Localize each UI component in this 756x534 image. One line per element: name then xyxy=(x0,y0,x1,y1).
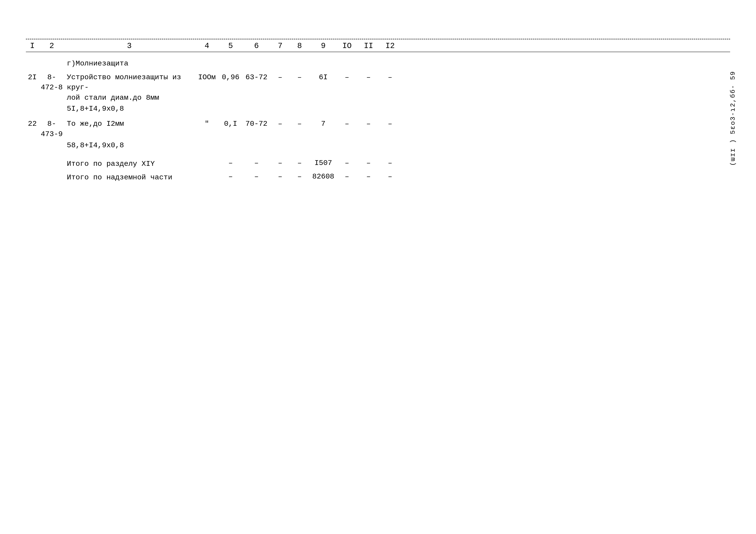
header-col-12: I2 xyxy=(379,41,401,50)
row2-col12: – xyxy=(379,119,401,129)
table-row-1: 2I 8-472-8 Устройство молниезащиты из кр… xyxy=(26,71,730,104)
row1-desc: Устройство молниезащиты из круг- лой ста… xyxy=(65,72,194,103)
row1-col11: – xyxy=(358,72,379,83)
header-col-11: II xyxy=(358,41,379,50)
row2-num2: 8-473-9 xyxy=(39,119,65,139)
row2-col8: – xyxy=(289,119,310,129)
summary2-col8: – xyxy=(289,172,310,183)
summary1-label: Итого по разделу XIY xyxy=(65,159,194,169)
summary1-col9: I507 xyxy=(310,159,336,169)
header-col-2: 2 xyxy=(39,41,65,50)
row2-sub-text: 58,8+I4,9x0,8 xyxy=(65,141,194,149)
header-col-10: IO xyxy=(336,41,358,50)
side-label-container: (ɯɪɪ ) 5ɛo3-ɿ2,бб- 59 xyxy=(729,43,737,194)
summary-row-1: Итого по разделу XIY – – – – I507 – – – xyxy=(26,156,730,170)
summary2-col7: – xyxy=(272,172,289,183)
summary1-col7: – xyxy=(272,159,289,169)
row1-col8: – xyxy=(289,72,310,83)
row1-sub-text: 5I,8+I4,9x0,8 xyxy=(65,105,194,113)
header-col-9: 9 xyxy=(310,41,336,50)
row1-col9: 6I xyxy=(310,72,336,83)
table-body: г)Молниезащита 2I 8-472-8 Устройство мол… xyxy=(26,52,730,184)
header-col-4: 4 xyxy=(194,41,220,50)
row2-col9: 7 xyxy=(310,119,336,129)
row1-col10: – xyxy=(336,72,358,83)
summary1-col11: – xyxy=(358,159,379,169)
summary1-col5: – xyxy=(220,159,241,169)
side-label: (ɯɪɪ ) 5ɛo3-ɿ2,бб- 59 xyxy=(729,71,737,166)
summary2-col11: – xyxy=(358,172,379,183)
row1-desc-line1: Устройство молниезащиты из круг- xyxy=(67,73,181,92)
row1-col6: 63-72 xyxy=(241,72,272,83)
row2-desc-line1: То же,до I2мм xyxy=(67,120,124,128)
summary1-col12: – xyxy=(379,159,401,169)
row2-col7: – xyxy=(272,119,289,129)
row1-col4: IOOм xyxy=(194,72,220,83)
table-header: I 2 3 4 5 6 7 8 9 IO II I2 xyxy=(26,39,730,52)
row2-col4: " xyxy=(194,119,220,129)
section-col1 xyxy=(26,59,39,69)
header-col-3: 3 xyxy=(65,41,194,50)
row2-col5: 0,I xyxy=(220,119,241,129)
summary2-col9: 82608 xyxy=(310,172,336,183)
summary1-col8: – xyxy=(289,159,310,169)
row1-col5: 0,96 xyxy=(220,72,241,83)
summary2-col6: – xyxy=(241,172,272,183)
section-title-row: г)Молниезащита xyxy=(26,52,730,71)
section-col2 xyxy=(39,59,65,69)
summary2-label: Итого по надземной части xyxy=(65,172,194,183)
row1-sub: 5I,8+I4,9x0,8 xyxy=(26,104,730,113)
header-col-6: 6 xyxy=(241,41,272,50)
summary2-col10: – xyxy=(336,172,358,183)
summary2-col12: – xyxy=(379,172,401,183)
summary1-col10: – xyxy=(336,159,358,169)
row2-desc: То же,до I2мм xyxy=(65,119,194,129)
header-col-5: 5 xyxy=(220,41,241,50)
header-col-8: 8 xyxy=(289,41,310,50)
table-row-2: 22 8-473-9 То же,до I2мм " 0,I 70-72 – –… xyxy=(26,117,730,140)
row2-col10: – xyxy=(336,119,358,129)
row2-col6: 70-72 xyxy=(241,119,272,129)
row1-num1: 2I xyxy=(26,72,39,83)
row2-num1: 22 xyxy=(26,119,39,129)
header-col-7: 7 xyxy=(272,41,289,50)
row1-num2: 8-472-8 xyxy=(39,72,65,93)
main-table: I 2 3 4 5 6 7 8 9 IO II I2 г)Молниезащит… xyxy=(26,39,730,184)
section-title: г)Молниезащита xyxy=(65,59,194,69)
page-content: I 2 3 4 5 6 7 8 9 IO II I2 г)Молниезащит… xyxy=(26,26,730,508)
header-col-1: I xyxy=(26,41,39,50)
row1-col7: – xyxy=(272,72,289,83)
row2-col11: – xyxy=(358,119,379,129)
summary1-col6: – xyxy=(241,159,272,169)
summary2-col5: – xyxy=(220,172,241,183)
row1-col12: – xyxy=(379,72,401,83)
row2-sub: 58,8+I4,9x0,8 xyxy=(26,141,730,150)
row1-desc-line2: лой стали диам.до 8мм xyxy=(67,94,159,102)
summary-row-2: Итого по надземной части – – – – 82608 –… xyxy=(26,170,730,184)
